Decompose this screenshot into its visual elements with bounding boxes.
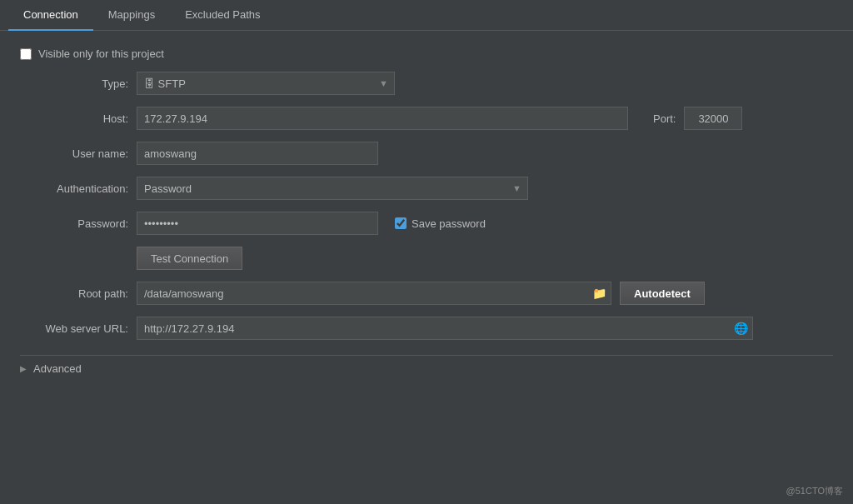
advanced-row[interactable]: ▶ Advanced	[20, 355, 833, 382]
root-path-row: Root path: 📁 Autodetect	[20, 282, 833, 305]
autodetect-button[interactable]: Autodetect	[620, 282, 705, 305]
auth-label: Authentication:	[20, 182, 128, 195]
type-select[interactable]: 🗄 SFTP FTP FTPS WebDAV	[137, 72, 395, 95]
port-label: Port:	[653, 112, 676, 125]
host-row: Host: Port:	[20, 107, 833, 130]
visible-only-row: Visible only for this project	[20, 47, 833, 60]
username-label: User name:	[20, 147, 128, 160]
test-connection-row: Test Connection	[20, 247, 833, 270]
password-row: Password: Save password	[20, 212, 833, 235]
tab-connection[interactable]: Connection	[8, 0, 93, 31]
auth-row: Authentication: Password Key pair OpenSS…	[20, 177, 833, 200]
username-row: User name:	[20, 142, 833, 165]
watermark: @51CTO博客	[786, 485, 843, 497]
root-path-label: Root path:	[20, 287, 128, 300]
password-input[interactable]	[137, 212, 378, 235]
port-input[interactable]	[684, 107, 742, 130]
visible-only-label: Visible only for this project	[38, 47, 164, 60]
type-label: Type:	[20, 77, 128, 90]
tab-excluded-paths[interactable]: Excluded Paths	[170, 0, 275, 31]
username-input[interactable]	[137, 142, 378, 165]
save-password-checkbox[interactable]	[395, 217, 407, 229]
advanced-expand-icon: ▶	[20, 364, 27, 373]
host-input[interactable]	[137, 107, 628, 130]
tab-mappings[interactable]: Mappings	[93, 0, 170, 31]
auth-select-wrap: Password Key pair OpenSSH config and aut…	[137, 177, 528, 200]
type-select-wrap: 🗄 SFTP FTP FTPS WebDAV ▼	[137, 72, 395, 95]
web-server-row: Web server URL: 🌐	[20, 317, 833, 340]
tab-bar: Connection Mappings Excluded Paths	[0, 0, 853, 31]
auth-select[interactable]: Password Key pair OpenSSH config and aut…	[137, 177, 528, 200]
root-path-input[interactable]	[137, 282, 611, 305]
host-label: Host:	[20, 112, 128, 125]
test-connection-button[interactable]: Test Connection	[137, 247, 242, 270]
root-path-input-wrap: 📁	[137, 282, 611, 305]
content-area: Visible only for this project Type: 🗄 SF…	[0, 31, 853, 504]
password-label: Password:	[20, 217, 128, 230]
advanced-label: Advanced	[33, 362, 82, 375]
save-password-wrap: Save password	[395, 217, 486, 230]
web-server-input-wrap: 🌐	[137, 317, 753, 340]
web-server-label: Web server URL:	[20, 322, 128, 335]
save-password-label: Save password	[412, 217, 486, 230]
visible-only-checkbox[interactable]	[20, 48, 32, 60]
web-server-input[interactable]	[137, 317, 753, 340]
main-window: Connection Mappings Excluded Paths Visib…	[0, 0, 853, 504]
type-row: Type: 🗄 SFTP FTP FTPS WebDAV ▼	[20, 72, 833, 95]
